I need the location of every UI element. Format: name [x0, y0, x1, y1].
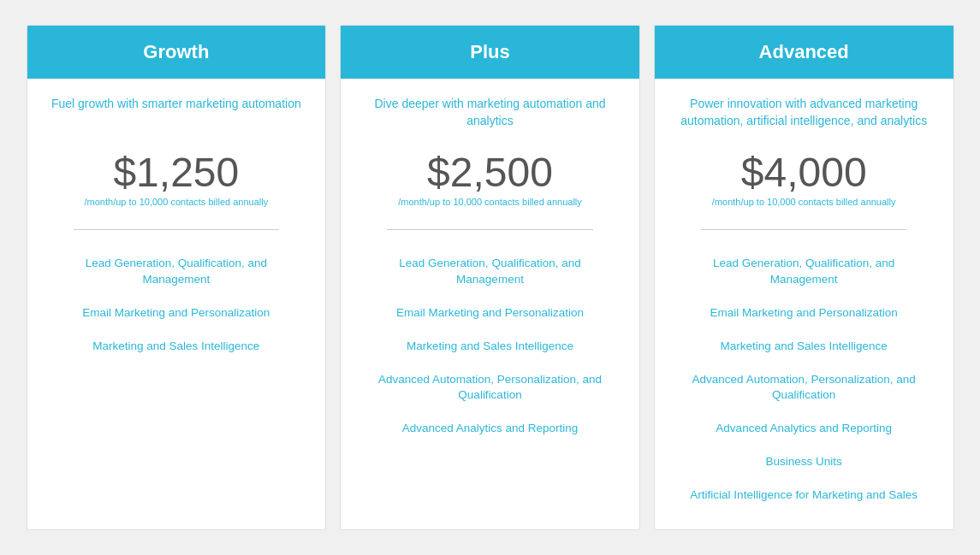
- card-price-plus: $2,500: [427, 152, 553, 193]
- card-body-growth: Fuel growth with smarter marketing autom…: [27, 79, 326, 529]
- pricing-card-advanced: AdvancedPower innovation with advanced m…: [654, 25, 954, 530]
- card-header-growth: Growth: [27, 26, 326, 79]
- feature-item: Email Marketing and Personalization: [361, 297, 619, 330]
- feature-list-plus: Lead Generation, Qualification, and Mana…: [361, 247, 619, 446]
- feature-item: Business Units: [675, 446, 933, 479]
- feature-item: Advanced Automation, Personalization, an…: [361, 363, 619, 413]
- card-price-note-growth: /month/up to 10,000 contacts billed annu…: [85, 197, 269, 207]
- feature-item: Lead Generation, Qualification, and Mana…: [675, 247, 933, 297]
- feature-item: Advanced Automation, Personalization, an…: [675, 363, 933, 413]
- card-tagline-growth: Fuel growth with smarter marketing autom…: [51, 96, 301, 139]
- pricing-card-plus: PlusDive deeper with marketing automatio…: [340, 25, 640, 530]
- card-price-growth: $1,250: [113, 152, 239, 193]
- feature-list-growth: Lead Generation, Qualification, and Mana…: [48, 247, 306, 363]
- card-price-note-plus: /month/up to 10,000 contacts billed annu…: [398, 197, 582, 207]
- feature-item: Marketing and Sales Intelligence: [361, 330, 619, 363]
- card-body-advanced: Power innovation with advanced marketing…: [655, 79, 953, 529]
- feature-item: Marketing and Sales Intelligence: [675, 330, 933, 363]
- feature-item: Email Marketing and Personalization: [675, 297, 933, 330]
- card-body-plus: Dive deeper with marketing automation an…: [341, 79, 639, 529]
- card-header-plus: Plus: [341, 26, 639, 79]
- card-price-note-advanced: /month/up to 10,000 contacts billed annu…: [712, 197, 896, 207]
- pricing-container: GrowthFuel growth with smarter marketing…: [20, 8, 961, 547]
- card-divider-plus: [387, 229, 593, 230]
- card-tagline-plus: Dive deeper with marketing automation an…: [361, 96, 619, 139]
- feature-item: Advanced Analytics and Reporting: [361, 412, 619, 446]
- feature-item: Lead Generation, Qualification, and Mana…: [361, 247, 619, 297]
- feature-item: Artificial Intelligence for Marketing an…: [675, 479, 933, 512]
- feature-item: Marketing and Sales Intelligence: [48, 330, 306, 363]
- feature-item: Email Marketing and Personalization: [48, 297, 306, 330]
- card-divider-advanced: [701, 229, 907, 230]
- feature-item: Lead Generation, Qualification, and Mana…: [48, 247, 306, 297]
- card-tagline-advanced: Power innovation with advanced marketing…: [675, 96, 933, 139]
- card-header-advanced: Advanced: [655, 26, 953, 79]
- card-divider-growth: [74, 229, 280, 230]
- pricing-card-growth: GrowthFuel growth with smarter marketing…: [27, 25, 327, 530]
- feature-item: Advanced Analytics and Reporting: [675, 412, 933, 446]
- card-price-advanced: $4,000: [741, 152, 867, 193]
- feature-list-advanced: Lead Generation, Qualification, and Mana…: [675, 247, 933, 512]
